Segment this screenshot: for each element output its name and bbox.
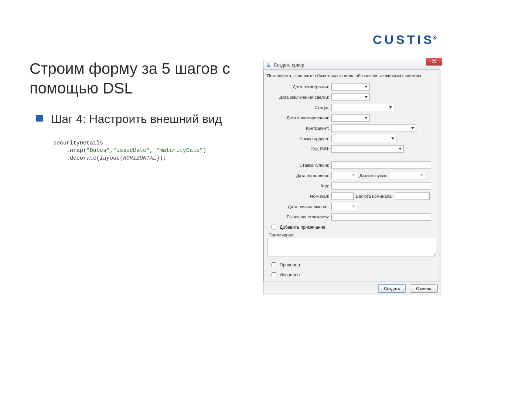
label-code: Код: (267, 184, 329, 188)
issue-date-input[interactable] (390, 172, 425, 179)
window-body: Пожалуйста, заполните обязательные поля,… (263, 70, 440, 281)
reg-date-input[interactable] (331, 83, 370, 91)
chevron-down-icon (364, 115, 369, 121)
code-snippet: securityDetails .wrap("Dates","issueDate… (53, 140, 251, 162)
bullet-text: Шаг 4: Настроить внешний вид (51, 111, 222, 127)
label-pay-start-date: Дата начала выплат: (267, 204, 329, 209)
pay-start-date-input[interactable] (331, 203, 357, 210)
form-instruction: Пожалуйста, заполните обязательные поля,… (267, 74, 436, 78)
label-nominal: Номинал: (267, 194, 329, 198)
value-date-input[interactable] (331, 114, 370, 122)
label-executed: Исполнен (280, 272, 300, 277)
slide-title: Строим форму за 5 шагов с помощью DSL (30, 59, 251, 98)
counterparty-select[interactable] (331, 125, 416, 132)
market-value-input[interactable] (331, 213, 431, 221)
chevron-down-icon (390, 136, 395, 141)
label-deal-date: Дата заключения сделки: (267, 95, 329, 99)
close-icon (432, 59, 436, 64)
dialog-window: Создать ордер Пожалуйста, заполните обяз… (263, 60, 440, 295)
dialog-footer: Создать Отмена (263, 281, 440, 295)
label-isin: Код ISIN: (267, 147, 329, 151)
label-note: Примечание: (269, 233, 436, 237)
chevron-down-icon (410, 125, 415, 131)
label-coupon-rate: Ставка купона: (267, 163, 329, 167)
maturity-date-input[interactable] (331, 172, 357, 179)
chevron-down-icon (419, 173, 424, 178)
verified-checkbox[interactable] (272, 262, 276, 267)
label-reg-date: Дата регистрации: (267, 85, 329, 89)
label-issue-date: Дата выпуска: (359, 173, 388, 178)
label-order-no: Номер ордера: (267, 136, 329, 141)
brand-name: CUSTIS (373, 33, 434, 47)
chevron-down-icon (364, 84, 369, 90)
label-counterparty: Контрагент: (267, 126, 329, 130)
close-button[interactable] (426, 58, 442, 65)
chevron-down-icon (388, 105, 393, 110)
chevron-down-icon (351, 204, 356, 209)
window-titlebar[interactable]: Создать ордер (263, 60, 440, 70)
label-nominal-ccy: Валюта номинала: (356, 194, 393, 198)
isin-select[interactable] (331, 145, 404, 153)
code-input[interactable] (331, 182, 431, 190)
create-button[interactable]: Создать (378, 284, 406, 293)
status-select[interactable] (331, 104, 394, 111)
bullet-marker-icon (36, 115, 43, 122)
label-verified: Проверен (280, 262, 300, 267)
bullet-row: Шаг 4: Настроить внешний вид (36, 111, 251, 127)
nominal-input[interactable] (331, 192, 354, 200)
label-value-date: Дата валютирования: (267, 116, 329, 120)
form-grid: Дата регистрации: Дата заключения сделки… (267, 83, 436, 231)
label-market-value: Рыночная стоимость: (267, 215, 329, 219)
brand-logo: CUSTIS® (373, 33, 437, 47)
note-textarea[interactable] (267, 238, 436, 256)
deal-date-input[interactable] (331, 93, 370, 101)
nominal-ccy-input[interactable] (395, 192, 430, 200)
chevron-down-icon (351, 173, 356, 178)
java-icon (266, 62, 272, 68)
label-maturity-date: Дата погашения: (267, 173, 329, 178)
cancel-button[interactable]: Отмена (410, 284, 438, 293)
add-note-checkbox[interactable] (272, 225, 276, 229)
executed-checkbox[interactable] (272, 272, 276, 277)
slide-text-column: Строим форму за 5 шагов с помощью DSL Ша… (30, 59, 251, 162)
window-title: Создать ордер (274, 62, 439, 68)
chevron-down-icon (364, 94, 369, 100)
coupon-rate-input[interactable] (331, 161, 431, 169)
label-add-note: Добавить примечание (280, 225, 325, 230)
brand-registered: ® (433, 35, 437, 41)
chevron-down-icon (398, 146, 403, 152)
label-status: Статус: (267, 105, 329, 110)
svg-point-0 (267, 65, 270, 66)
order-no-select[interactable] (331, 135, 396, 142)
